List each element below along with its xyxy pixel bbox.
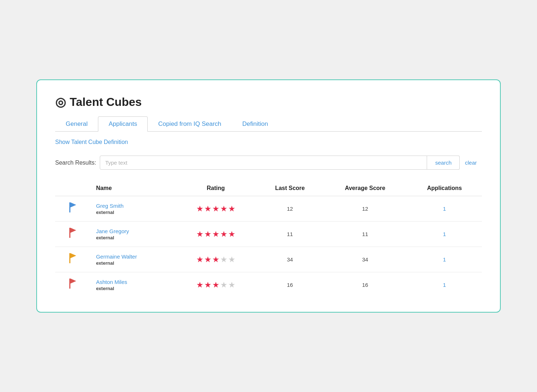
tab-copied[interactable]: Copied from IQ Search [148,116,232,131]
table-row: Germaine Walterexternal★★★★★34341 [55,247,482,272]
applications-cell[interactable]: 1 [407,272,482,298]
flag-icon [67,278,78,292]
applicant-sub: external [96,286,169,291]
star-filled: ★ [212,255,220,264]
svg-rect-0 [69,202,70,212]
star-rating: ★★★★★ [181,230,251,239]
applications-cell[interactable]: 1 [407,196,482,222]
flag-cell [55,222,90,247]
flag-icon [67,227,78,241]
main-card: ◎ Talent Cubes General Applicants Copied… [36,79,501,313]
name-cell: Jane Gregoryexternal [90,222,175,247]
app-icon: ◎ [55,95,66,109]
svg-marker-1 [70,202,76,207]
app-title: ◎ Talent Cubes [55,95,482,109]
tabs-bar: General Applicants Copied from IQ Search… [55,116,482,132]
col-flag [55,181,90,196]
col-rating: Rating [175,181,257,196]
star-filled: ★ [212,230,220,239]
svg-rect-2 [69,228,70,238]
svg-marker-3 [70,228,76,233]
table-row: Greg Smithexternal★★★★★12121 [55,196,482,222]
avg-score-cell: 11 [323,222,407,247]
col-avg-score: Average Score [323,181,407,196]
search-input[interactable] [100,156,427,170]
search-bar: Search Results: search clear [55,156,482,170]
applicants-table: Name Rating Last Score Average Score App… [55,181,482,297]
tab-definition[interactable]: Definition [232,116,279,131]
applicant-name[interactable]: Germaine Walter [96,253,169,260]
svg-rect-4 [69,253,70,263]
svg-rect-6 [69,278,70,289]
name-cell: Germaine Walterexternal [90,247,175,272]
star-filled: ★ [196,255,204,264]
star-filled: ★ [212,280,220,290]
star-filled: ★ [196,204,204,214]
flag-icon [67,253,78,266]
search-button[interactable]: search [427,156,460,170]
app-title-text: Talent Cubes [70,95,142,109]
avg-score-cell: 34 [323,247,407,272]
col-name: Name [90,181,175,196]
applicant-name[interactable]: Ashton Miles [96,279,169,285]
name-cell: Ashton Milesexternal [90,272,175,298]
star-filled: ★ [204,230,212,239]
star-empty: ★ [220,255,227,264]
star-empty: ★ [228,280,235,290]
flag-cell [55,196,90,222]
star-rating: ★★★★★ [181,280,251,290]
table-row: Jane Gregoryexternal★★★★★11111 [55,222,482,247]
search-label: Search Results: [55,160,96,166]
star-filled: ★ [204,204,212,214]
star-filled: ★ [212,204,220,214]
rating-cell: ★★★★★ [175,196,257,222]
svg-marker-7 [70,278,76,284]
star-empty: ★ [228,255,235,264]
rating-cell: ★★★★★ [175,222,257,247]
flag-cell [55,247,90,272]
flag-cell [55,272,90,298]
applications-cell[interactable]: 1 [407,222,482,247]
tab-applicants[interactable]: Applicants [98,116,147,132]
applicant-sub: external [96,235,169,240]
star-filled: ★ [220,204,227,214]
star-rating: ★★★★★ [181,255,251,264]
svg-marker-5 [70,253,76,258]
last-score-cell: 16 [257,272,323,298]
star-filled: ★ [204,280,212,290]
col-last-score: Last Score [257,181,323,196]
applicant-name[interactable]: Greg Smith [96,203,169,209]
avg-score-cell: 12 [323,196,407,222]
star-filled: ★ [228,230,235,239]
applications-cell[interactable]: 1 [407,247,482,272]
show-definition-link[interactable]: Show Talent Cube Definition [55,139,128,145]
star-filled: ★ [196,230,204,239]
table-row: Ashton Milesexternal★★★★★16161 [55,272,482,298]
name-cell: Greg Smithexternal [90,196,175,222]
last-score-cell: 12 [257,196,323,222]
rating-cell: ★★★★★ [175,247,257,272]
star-filled: ★ [204,255,212,264]
last-score-cell: 34 [257,247,323,272]
avg-score-cell: 16 [323,272,407,298]
rating-cell: ★★★★★ [175,272,257,298]
applicant-sub: external [96,260,169,266]
star-filled: ★ [196,280,204,290]
last-score-cell: 11 [257,222,323,247]
tab-general[interactable]: General [55,116,98,131]
star-empty: ★ [220,280,227,290]
star-rating: ★★★★★ [181,204,251,214]
star-filled: ★ [220,230,227,239]
applicant-name[interactable]: Jane Gregory [96,228,169,234]
star-filled: ★ [228,204,235,214]
applicant-sub: external [96,210,169,215]
clear-button[interactable]: clear [460,156,482,169]
flag-icon [67,202,78,215]
col-applications: Applications [407,181,482,196]
